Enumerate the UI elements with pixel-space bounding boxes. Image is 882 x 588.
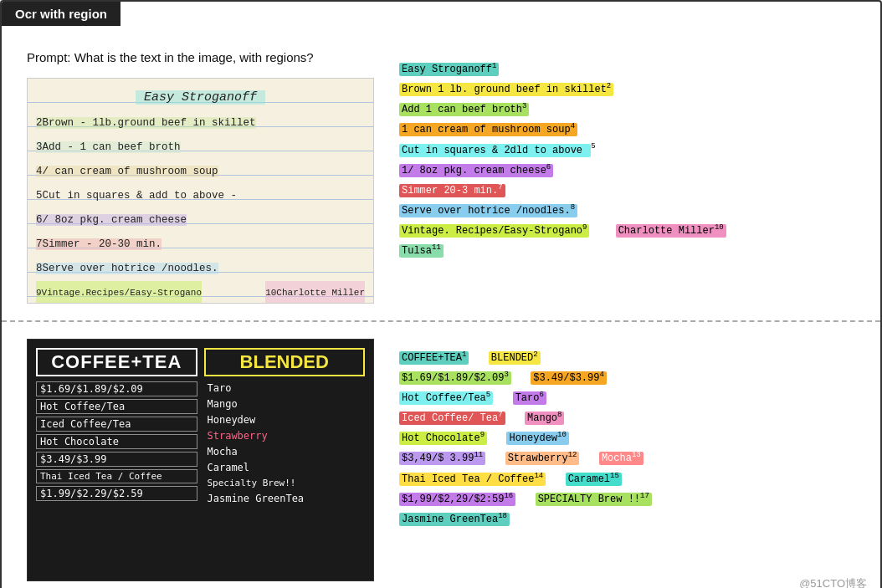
coffee-item-thai: Thai Iced Tea / Coffee — [36, 469, 197, 483]
ocr-line-8: Serve over hotrice /noodles.8 — [399, 202, 855, 220]
coffee-ocr-7: Thai Iced Tea / Coffee14 Caramel15 — [399, 470, 855, 488]
blended-jasmine: Jasmine GreenTea — [204, 492, 366, 505]
ocr-line-10: Tulsa11 — [399, 242, 855, 260]
watermark: @51CTO博客 — [799, 576, 867, 588]
blended-honeydew: Honeydew — [204, 413, 366, 427]
recipe-title: Easy Stroganoff — [136, 90, 265, 105]
prompt-text: What is the text in the image, with regi… — [74, 50, 314, 64]
coffee-ocr-4: Iced Coffee/ Tea7 Mango8 — [399, 409, 855, 427]
coffee-col-left: COFFEE+TEA $1.69/$1.89/$2.09 Hot Coffee/… — [36, 348, 197, 572]
ocr-result-top: Easy Stroganoff1 Brown 1 lb. ground beef… — [399, 60, 855, 260]
coffee-item-price3: $1.99/$2.29/$2.59 — [36, 486, 197, 501]
ocr-result-bottom: COFFEE+TEA1 BLENDED2 $1.69/$1.89/$2.093 … — [399, 349, 855, 529]
coffee-item-price2: $3.49/$3.99 — [36, 452, 197, 467]
recipe-line-5: 5Cut in squares & add to above - — [36, 184, 365, 208]
coffee-item-iced: Iced Coffee/Tea — [36, 417, 197, 432]
ocr-line-1: Easy Stroganoff1 — [399, 60, 855, 79]
blended-strawberry: Strawberry — [204, 429, 366, 442]
prompt-line: Prompt: What is the text in the image, w… — [27, 50, 374, 64]
coffee-ocr-5: Hot Chocolate9 Honeydew10 — [399, 429, 855, 447]
ocr-panel-top: Easy Stroganoff1 Brown 1 lb. ground beef… — [399, 50, 855, 304]
recipe-line-3: 3Add - 1 can beef broth — [36, 135, 365, 160]
title-bar: Ocr with region — [2, 2, 121, 26]
blended-specialty: Specialty Brew!! — [204, 477, 366, 489]
coffee-ocr-3: Hot Coffee/Tea5 Taro6 — [399, 389, 855, 407]
recipe-line-7: 7Simmer - 20-30 min. — [36, 233, 365, 257]
recipe-text-lines: Easy Stroganoff 2Brown - 1lb.ground beef… — [28, 79, 373, 304]
blended-caramel: Caramel — [204, 461, 366, 474]
recipe-line-4: 4/ can cream of mushroom soup — [36, 160, 365, 184]
coffee-price-1: $1.69/$1.89/$2.09 — [36, 381, 197, 396]
coffee-board: COFFEE+TEA $1.69/$1.89/$2.09 Hot Coffee/… — [28, 340, 373, 580]
coffee-header: COFFEE+TEA — [36, 348, 197, 376]
top-row: Prompt: What is the text in the image, w… — [2, 8, 880, 322]
recipe-image: Easy Stroganoff 2Brown - 1lb.ground beef… — [27, 78, 374, 304]
ocr-line-2: Brown 1 lb. ground beef in skillet2 — [399, 80, 855, 99]
prompt-label: Prompt — [27, 50, 67, 64]
coffee-item-chocolate: Hot Chocolate — [36, 434, 197, 449]
coffee-ocr-2: $1.69/$1.89/$2.093 $3.49/$3.994 — [399, 369, 855, 387]
coffee-image: COFFEE+TEA $1.69/$1.89/$2.09 Hot Coffee/… — [27, 339, 374, 581]
ocr-line-3: Add 1 can beef broth3 — [399, 100, 855, 119]
blended-taro: Taro — [204, 381, 366, 395]
coffee-ocr-6: $3,49/$ 3.9911 Strawberry12 Mocha13 — [399, 449, 855, 468]
coffee-col-right: BLENDED Taro Mango Honeydew Strawberry M… — [204, 348, 366, 572]
recipe-line-8: 8Serve over hotrice /noodles. — [36, 257, 365, 281]
recipe-line-9: 9Vintage.Recipes/Easy-Strogano 10Charlot… — [36, 281, 365, 304]
coffee-item-hot: Hot Coffee/Tea — [36, 399, 197, 414]
main-container: Ocr with region Prompt: What is the text… — [0, 0, 882, 588]
ocr-line-5: Cut in squares & 2dld to above 5 — [399, 141, 855, 159]
blended-header: BLENDED — [204, 348, 366, 376]
ocr-line-4: 1 can cream of mushroom soup4 — [399, 120, 855, 139]
coffee-image-container: COFFEE+TEA $1.69/$1.89/$2.09 Hot Coffee/… — [27, 339, 374, 581]
blended-mango: Mango — [204, 397, 366, 411]
content-area: Prompt: What is the text in the image, w… — [2, 2, 880, 588]
bottom-row: COFFEE+TEA $1.69/$1.89/$2.09 Hot Coffee/… — [2, 322, 880, 588]
blended-mocha: Mocha — [204, 445, 366, 458]
coffee-ocr-8: $1,99/$2,29/$2:5916 SPECIALTY Brew !!17 — [399, 490, 855, 509]
coffee-ocr-1: COFFEE+TEA1 BLENDED2 — [399, 349, 855, 367]
ocr-line-9: Vintage. Recipes/Easy-Strogano9 Charlott… — [399, 222, 855, 240]
ocr-panel-bottom: COFFEE+TEA1 BLENDED2 $1.69/$1.89/$2.093 … — [399, 339, 855, 581]
ocr-line-6: 1/ 8oz pkg. cream cheese6 — [399, 161, 855, 180]
ocr-line-7: Simmer 20-3 min.7 — [399, 182, 855, 200]
recipe-line-2: 2Brown - 1lb.ground beef in skillet — [36, 111, 365, 135]
coffee-ocr-9: Jasmine GreenTea18 — [399, 510, 855, 529]
recipe-line-6: 6/ 8oz pkg. cream cheese — [36, 208, 365, 233]
